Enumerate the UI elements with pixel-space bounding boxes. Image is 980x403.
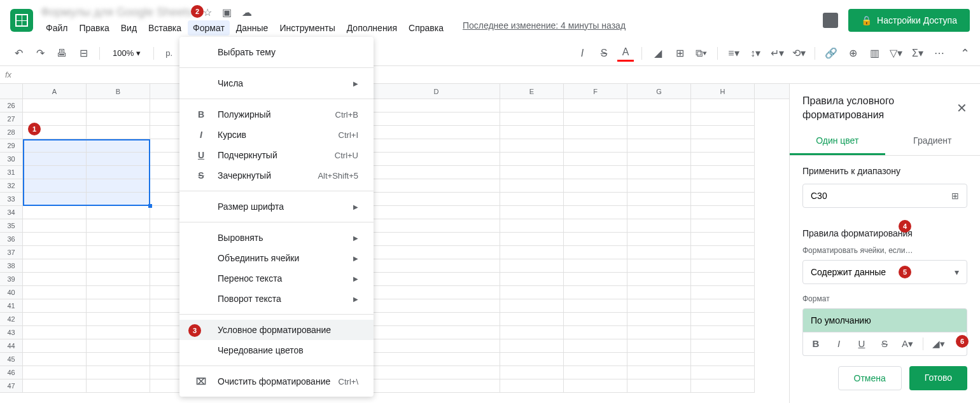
cell[interactable] <box>23 193 87 206</box>
cell[interactable] <box>87 273 150 286</box>
menu-item-alternating[interactable]: Чередование цветов <box>179 340 374 360</box>
italic-icon[interactable]: I <box>831 338 846 349</box>
cell[interactable] <box>564 153 627 166</box>
more-icon[interactable]: ⋯ <box>931 45 948 62</box>
col-header[interactable]: G <box>627 84 691 99</box>
cell[interactable] <box>23 233 87 246</box>
cell[interactable] <box>87 126 150 139</box>
collapse-toolbar-icon[interactable]: ⌃ <box>960 46 970 60</box>
cell[interactable] <box>373 166 500 179</box>
menu-format[interactable]: Формат <box>188 20 230 36</box>
menu-edit[interactable]: Правка <box>74 20 114 36</box>
cell[interactable] <box>627 219 691 233</box>
formula-bar[interactable]: fx <box>0 66 980 84</box>
menu-item-merge[interactable]: Объединить ячейки▶ <box>179 248 374 268</box>
menu-item-italic[interactable]: IКурсивCtrl+I <box>179 125 374 145</box>
menu-item-underline[interactable]: UПодчеркнутыйCtrl+U <box>179 145 374 165</box>
cell[interactable] <box>691 193 755 206</box>
row-header[interactable]: 37 <box>0 246 23 259</box>
cell[interactable] <box>564 193 627 206</box>
menu-view[interactable]: Вид <box>116 20 142 36</box>
cell[interactable] <box>87 353 150 366</box>
cell[interactable] <box>373 153 500 166</box>
cell[interactable] <box>87 139 150 153</box>
undo-icon[interactable]: ↶ <box>10 45 27 62</box>
cell[interactable] <box>23 153 87 166</box>
filter-icon[interactable]: ▽▾ <box>888 45 904 62</box>
menu-item-bold[interactable]: BПолужирныйCtrl+B <box>179 104 374 125</box>
cell[interactable] <box>564 113 627 126</box>
cell[interactable] <box>564 139 627 153</box>
cell[interactable] <box>23 99 87 113</box>
cell[interactable] <box>373 326 500 339</box>
row-header[interactable]: 31 <box>0 166 23 179</box>
menu-item-numbers[interactable]: Числа▶ <box>179 73 374 93</box>
cell[interactable] <box>23 326 87 339</box>
row-header[interactable]: 39 <box>0 273 23 286</box>
cell[interactable] <box>500 273 564 286</box>
cell[interactable] <box>500 166 564 179</box>
cell[interactable] <box>87 313 150 326</box>
cell[interactable] <box>627 179 691 193</box>
select-all-corner[interactable] <box>0 84 23 99</box>
range-input[interactable]: C30 ⊞ <box>802 184 967 208</box>
cell[interactable] <box>627 126 691 139</box>
cell[interactable] <box>691 166 755 179</box>
cell[interactable] <box>564 246 627 259</box>
cell[interactable] <box>87 113 150 126</box>
cell[interactable] <box>627 139 691 153</box>
wrap-icon[interactable]: ↵▾ <box>769 45 785 62</box>
menu-insert[interactable]: Вставка <box>143 20 186 36</box>
cell[interactable] <box>87 153 150 166</box>
share-button[interactable]: 🔒 Настройки Доступа <box>848 9 970 32</box>
cell[interactable] <box>627 99 691 113</box>
text-color-icon[interactable]: A <box>617 45 634 62</box>
cell[interactable] <box>373 126 500 139</box>
cell[interactable] <box>627 326 691 339</box>
cell[interactable] <box>373 246 500 259</box>
redo-icon[interactable]: ↷ <box>32 45 48 62</box>
cell[interactable] <box>23 273 87 286</box>
cell[interactable] <box>23 179 87 193</box>
row-header[interactable]: 47 <box>0 379 23 393</box>
menu-item-theme[interactable]: Выбрать тему <box>179 42 374 62</box>
row-header[interactable]: 45 <box>0 353 23 366</box>
menu-item-strike[interactable]: SЗачеркнутыйAlt+Shift+5 <box>179 165 374 186</box>
cell[interactable] <box>627 113 691 126</box>
menu-item-clear-format[interactable]: ⌧Очистить форматированиеCtrl+\ <box>179 371 374 392</box>
cell[interactable] <box>564 379 627 393</box>
cell[interactable] <box>23 299 87 313</box>
italic-icon[interactable]: I <box>574 45 591 62</box>
cell[interactable] <box>23 166 87 179</box>
cell[interactable] <box>564 299 627 313</box>
cell[interactable] <box>627 246 691 259</box>
col-header[interactable]: B <box>87 84 150 99</box>
cell[interactable] <box>500 353 564 366</box>
cell[interactable] <box>87 179 150 193</box>
cell[interactable] <box>500 99 564 113</box>
cell[interactable] <box>23 366 87 379</box>
zoom-select[interactable]: 100% ▾ <box>108 48 146 58</box>
cell[interactable] <box>500 113 564 126</box>
bold-icon[interactable]: B <box>808 338 823 349</box>
star-icon[interactable]: ☆ <box>203 6 212 18</box>
cell[interactable] <box>627 286 691 299</box>
cell[interactable] <box>373 179 500 193</box>
move-icon[interactable]: ▣ <box>222 6 232 18</box>
fill-color-icon[interactable]: ◢▾ <box>931 338 946 350</box>
sheets-logo[interactable] <box>10 9 33 32</box>
cell[interactable] <box>500 246 564 259</box>
cell[interactable] <box>23 219 87 233</box>
text-color-icon[interactable]: A▾ <box>900 338 915 350</box>
cell[interactable] <box>691 379 755 393</box>
cell[interactable] <box>87 166 150 179</box>
cell[interactable] <box>564 313 627 326</box>
cell[interactable] <box>23 139 87 153</box>
chart-icon[interactable]: ▥ <box>866 45 883 62</box>
cell[interactable] <box>500 233 564 246</box>
cell[interactable] <box>373 339 500 353</box>
cell[interactable] <box>627 153 691 166</box>
cell[interactable] <box>691 339 755 353</box>
cell[interactable] <box>87 193 150 206</box>
cell[interactable] <box>87 206 150 219</box>
